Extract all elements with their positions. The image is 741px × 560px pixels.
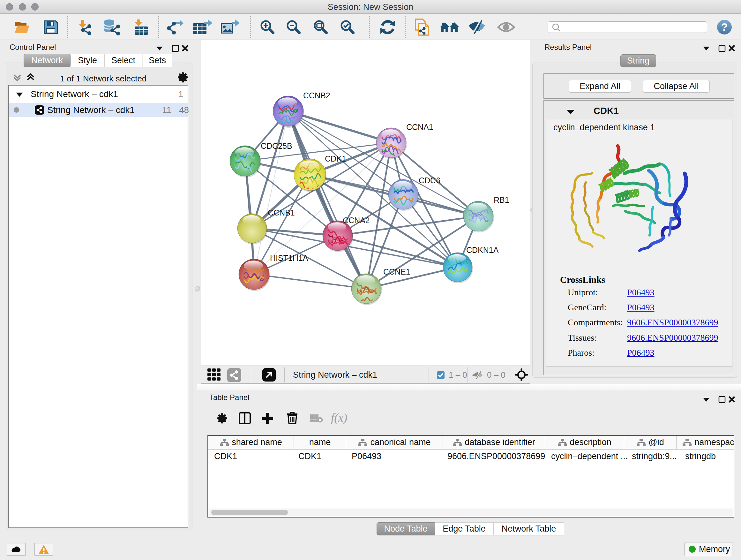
svg-text:RB1: RB1 <box>494 195 509 204</box>
svg-text:?: ? <box>721 21 728 33</box>
svg-text:CDKN1A: CDKN1A <box>466 246 499 254</box>
svg-text:CDC6: CDC6 <box>419 176 441 185</box>
svg-text:CCNE1: CCNE1 <box>383 267 410 276</box>
svg-text:CCNB2: CCNB2 <box>303 91 330 100</box>
svg-text:CCNA2: CCNA2 <box>343 216 370 225</box>
svg-text:CDC25B: CDC25B <box>261 141 292 150</box>
svg-text:CCNB1: CCNB1 <box>268 208 295 217</box>
svg-text:CDK1: CDK1 <box>325 154 346 163</box>
svg-text:CCNA1: CCNA1 <box>406 123 433 132</box>
svg-text:HIST1H1A: HIST1H1A <box>270 253 308 262</box>
